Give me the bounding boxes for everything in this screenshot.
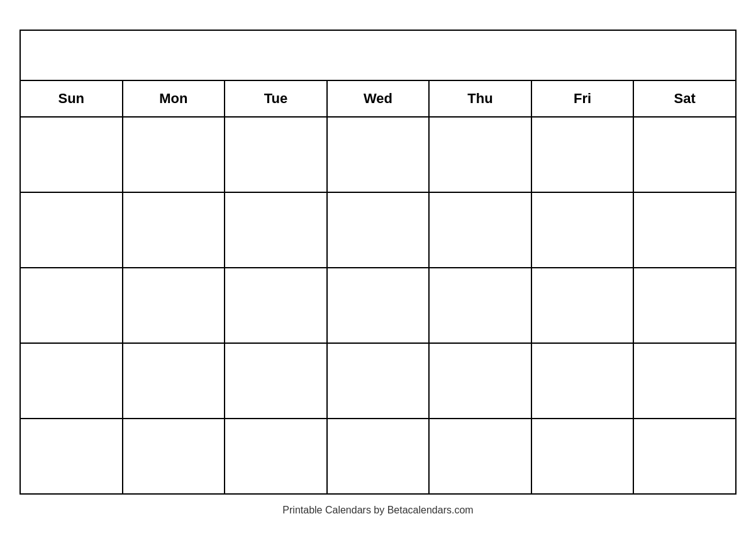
cell-r5-mon[interactable]	[123, 419, 225, 494]
cell-r1-sat[interactable]	[633, 117, 736, 192]
cell-r4-mon[interactable]	[123, 343, 225, 419]
cell-r1-thu[interactable]	[429, 117, 531, 192]
cell-r3-tue[interactable]	[225, 268, 327, 343]
cell-r1-mon[interactable]	[123, 117, 225, 192]
cell-r4-wed[interactable]	[327, 343, 430, 419]
cell-r1-tue[interactable]	[225, 117, 327, 192]
title-row	[20, 30, 736, 80]
calendar-table: Sun Mon Tue Wed Thu Fri Sat	[19, 30, 737, 495]
cell-r2-thu[interactable]	[429, 192, 531, 268]
calendar-row-5	[20, 419, 736, 494]
cell-r5-wed[interactable]	[327, 419, 430, 494]
cell-r3-mon[interactable]	[123, 268, 225, 343]
cell-r5-fri[interactable]	[531, 419, 634, 494]
cell-r3-sat[interactable]	[633, 268, 736, 343]
cell-r2-tue[interactable]	[225, 192, 327, 268]
cell-r2-sat[interactable]	[633, 192, 736, 268]
cell-r1-wed[interactable]	[327, 117, 430, 192]
cell-r2-wed[interactable]	[327, 192, 430, 268]
calendar-row-4	[20, 343, 736, 419]
cell-r5-sat[interactable]	[633, 419, 736, 494]
calendar-row-3	[20, 268, 736, 343]
cell-r3-thu[interactable]	[429, 268, 531, 343]
header-sun: Sun	[20, 80, 123, 117]
calendar-row-1	[20, 117, 736, 192]
header-sat: Sat	[633, 80, 736, 117]
header-mon: Mon	[123, 80, 225, 117]
cell-r2-mon[interactable]	[123, 192, 225, 268]
calendar-row-2	[20, 192, 736, 268]
cell-r3-sun[interactable]	[20, 268, 123, 343]
cell-r4-sun[interactable]	[20, 343, 123, 419]
calendar-container: Sun Mon Tue Wed Thu Fri Sat	[19, 30, 737, 518]
cell-r4-tue[interactable]	[225, 343, 327, 419]
cell-r1-fri[interactable]	[531, 117, 634, 192]
header-thu: Thu	[429, 80, 531, 117]
day-header-row: Sun Mon Tue Wed Thu Fri Sat	[20, 80, 736, 117]
header-fri: Fri	[531, 80, 634, 117]
cell-r3-wed[interactable]	[327, 268, 430, 343]
cell-r3-fri[interactable]	[531, 268, 634, 343]
header-wed: Wed	[327, 80, 430, 117]
cell-r1-sun[interactable]	[20, 117, 123, 192]
cell-r4-fri[interactable]	[531, 343, 634, 419]
cell-r4-thu[interactable]	[429, 343, 531, 419]
cell-r5-thu[interactable]	[429, 419, 531, 494]
cell-r4-sat[interactable]	[633, 343, 736, 419]
calendar-title	[20, 30, 736, 80]
header-tue: Tue	[225, 80, 327, 117]
footer-text: Printable Calendars by Betacalendars.com	[19, 501, 737, 518]
cell-r2-sun[interactable]	[20, 192, 123, 268]
cell-r5-sun[interactable]	[20, 419, 123, 494]
cell-r5-tue[interactable]	[225, 419, 327, 494]
cell-r2-fri[interactable]	[531, 192, 634, 268]
